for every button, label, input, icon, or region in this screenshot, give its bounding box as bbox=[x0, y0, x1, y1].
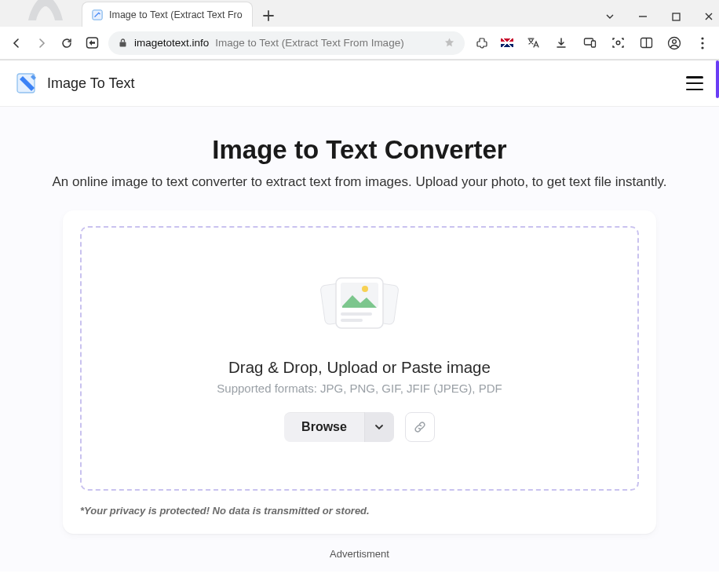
upload-card: Drag & Drop, Upload or Paste image Suppo… bbox=[63, 210, 656, 534]
forward-button[interactable] bbox=[33, 35, 50, 52]
reload-button[interactable] bbox=[58, 35, 75, 52]
window-minimize-button[interactable] bbox=[637, 11, 648, 22]
sidebar-toggle-icon[interactable] bbox=[83, 35, 100, 52]
browse-button[interactable]: Browse bbox=[284, 412, 364, 442]
drop-heading: Drag & Drop, Upload or Paste image bbox=[97, 358, 622, 377]
svg-point-15 bbox=[701, 46, 703, 49]
drop-zone[interactable]: Drag & Drop, Upload or Paste image Suppo… bbox=[80, 226, 639, 491]
svg-rect-3 bbox=[673, 13, 680, 20]
language-flag-icon[interactable] bbox=[501, 38, 513, 47]
svg-point-13 bbox=[701, 37, 703, 39]
drop-actions: Browse bbox=[97, 412, 622, 442]
svg-rect-7 bbox=[591, 41, 595, 47]
svg-point-21 bbox=[362, 286, 368, 292]
browser-chrome: Image to Text (Extract Text From imageto… bbox=[0, 0, 719, 60]
screenshot-icon[interactable] bbox=[609, 35, 626, 52]
image-stack-icon bbox=[316, 272, 403, 342]
page-content: Image To Text Image to Text Converter An… bbox=[0, 60, 719, 572]
toolbar-icons bbox=[473, 35, 711, 52]
devices-icon[interactable] bbox=[581, 35, 598, 52]
lock-icon bbox=[118, 38, 128, 48]
logo-icon bbox=[16, 71, 39, 95]
svg-rect-5 bbox=[120, 42, 126, 47]
browser-brand-icon bbox=[22, 0, 69, 22]
downloads-icon[interactable] bbox=[553, 35, 570, 52]
advertisement-label: Advertisment bbox=[0, 534, 719, 563]
split-view-icon[interactable] bbox=[637, 35, 655, 52]
address-page-title: Image to Text (Extract Text From Image) bbox=[215, 37, 403, 49]
link-icon bbox=[413, 420, 427, 434]
window-caret-down-icon[interactable] bbox=[604, 11, 615, 22]
window-close-button[interactable] bbox=[703, 11, 714, 22]
browser-toolbar: imagetotext.info Image to Text (Extract … bbox=[0, 27, 719, 60]
scroll-accent bbox=[716, 60, 719, 98]
browse-button-group: Browse bbox=[284, 412, 394, 442]
svg-point-8 bbox=[616, 41, 620, 45]
extensions-icon[interactable] bbox=[473, 35, 490, 52]
translate-icon[interactable] bbox=[524, 35, 542, 52]
favicon-icon bbox=[92, 9, 103, 20]
new-tab-button[interactable] bbox=[257, 5, 279, 27]
site-title: Image To Text bbox=[47, 75, 134, 92]
hero: Image to Text Converter An online image … bbox=[0, 107, 719, 203]
menu-dots-icon[interactable] bbox=[694, 35, 711, 52]
site-header: Image To Text bbox=[0, 60, 719, 107]
page-subheading: An online image to text converter to ext… bbox=[16, 174, 703, 190]
drop-formats: Supported formats: JPG, PNG, GIF, JFIF (… bbox=[97, 382, 622, 395]
svg-point-14 bbox=[701, 42, 703, 44]
privacy-note: *Your privacy is protected! No data is t… bbox=[80, 505, 639, 517]
back-button[interactable] bbox=[8, 35, 25, 52]
tab-bar: Image to Text (Extract Text From bbox=[0, 0, 719, 27]
svg-point-12 bbox=[673, 39, 677, 43]
svg-rect-23 bbox=[341, 319, 363, 322]
site-logo[interactable]: Image To Text bbox=[16, 71, 134, 95]
page-heading: Image to Text Converter bbox=[16, 135, 703, 165]
window-maximize-button[interactable] bbox=[670, 11, 681, 22]
svg-rect-22 bbox=[341, 312, 372, 316]
hamburger-menu-icon[interactable] bbox=[686, 76, 703, 90]
address-domain: imagetotext.info bbox=[134, 37, 209, 49]
address-bar[interactable]: imagetotext.info Image to Text (Extract … bbox=[108, 31, 465, 55]
browser-tab[interactable]: Image to Text (Extract Text From bbox=[82, 2, 253, 27]
paste-url-button[interactable] bbox=[405, 412, 435, 442]
browse-dropdown-caret[interactable] bbox=[364, 412, 394, 442]
tab-title: Image to Text (Extract Text From bbox=[109, 9, 243, 20]
bookmark-star-icon[interactable] bbox=[443, 37, 455, 49]
profile-icon[interactable] bbox=[666, 35, 683, 52]
